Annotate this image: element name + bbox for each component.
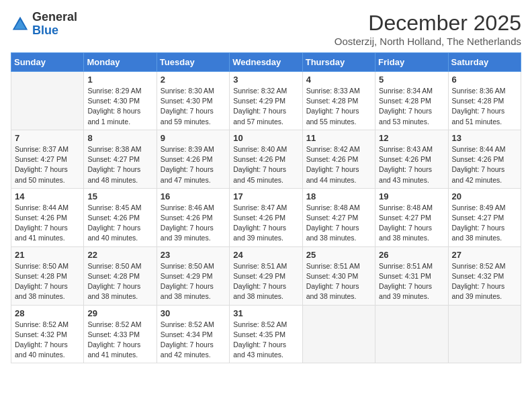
day-info: Sunrise: 8:38 AMSunset: 4:27 PMDaylight:… <box>87 144 152 185</box>
day-number: 17 <box>233 191 298 201</box>
day-number: 10 <box>233 133 298 143</box>
day-number: 4 <box>306 75 371 85</box>
day-info: Sunrise: 8:49 AMSunset: 4:27 PMDaylight:… <box>452 203 517 244</box>
day-number: 2 <box>161 75 226 85</box>
weekday-header-wednesday: Wednesday <box>230 53 302 72</box>
calendar-cell: 17Sunrise: 8:47 AMSunset: 4:26 PMDayligh… <box>230 188 302 246</box>
calendar-week-row: 14Sunrise: 8:44 AMSunset: 4:26 PMDayligh… <box>11 188 521 246</box>
day-info: Sunrise: 8:43 AMSunset: 4:26 PMDaylight:… <box>379 144 444 185</box>
day-number: 1 <box>87 75 152 85</box>
calendar-cell: 14Sunrise: 8:44 AMSunset: 4:26 PMDayligh… <box>11 188 84 246</box>
day-info: Sunrise: 8:30 AMSunset: 4:30 PMDaylight:… <box>161 86 226 127</box>
day-number: 13 <box>452 133 517 143</box>
calendar-cell: 4Sunrise: 8:33 AMSunset: 4:28 PMDaylight… <box>302 72 375 130</box>
calendar-cell: 11Sunrise: 8:42 AMSunset: 4:26 PMDayligh… <box>302 130 375 188</box>
day-info: Sunrise: 8:45 AMSunset: 4:26 PMDaylight:… <box>87 203 152 244</box>
day-number: 30 <box>161 308 226 318</box>
day-info: Sunrise: 8:29 AMSunset: 4:30 PMDaylight:… <box>87 86 152 127</box>
page-header: General Blue December 2025 Oosterzij, No… <box>11 11 521 47</box>
weekday-header-saturday: Saturday <box>448 53 521 72</box>
day-number: 29 <box>87 308 152 318</box>
calendar-cell: 13Sunrise: 8:44 AMSunset: 4:26 PMDayligh… <box>448 130 521 188</box>
calendar-cell: 25Sunrise: 8:51 AMSunset: 4:30 PMDayligh… <box>302 246 375 305</box>
calendar-cell: 23Sunrise: 8:50 AMSunset: 4:29 PMDayligh… <box>157 246 229 305</box>
weekday-header-sunday: Sunday <box>11 53 84 72</box>
weekday-header-thursday: Thursday <box>302 53 375 72</box>
calendar-week-row: 1Sunrise: 8:29 AMSunset: 4:30 PMDaylight… <box>11 72 521 130</box>
calendar-cell: 8Sunrise: 8:38 AMSunset: 4:27 PMDaylight… <box>84 130 157 188</box>
day-info: Sunrise: 8:44 AMSunset: 4:26 PMDaylight:… <box>15 203 80 244</box>
calendar-cell <box>302 305 375 363</box>
day-number: 7 <box>15 133 80 143</box>
calendar-cell: 16Sunrise: 8:46 AMSunset: 4:26 PMDayligh… <box>157 188 229 246</box>
calendar-cell: 26Sunrise: 8:51 AMSunset: 4:31 PMDayligh… <box>375 246 448 305</box>
calendar-cell: 7Sunrise: 8:37 AMSunset: 4:27 PMDaylight… <box>11 130 84 188</box>
calendar-cell: 30Sunrise: 8:52 AMSunset: 4:34 PMDayligh… <box>157 305 229 363</box>
weekday-header-friday: Friday <box>375 53 448 72</box>
logo: General Blue <box>11 11 77 38</box>
day-info: Sunrise: 8:40 AMSunset: 4:26 PMDaylight:… <box>233 144 298 185</box>
day-number: 31 <box>233 308 298 318</box>
day-number: 14 <box>15 191 80 201</box>
day-number: 9 <box>161 133 226 143</box>
calendar-cell <box>448 305 521 363</box>
location-subtitle: Oosterzij, North Holland, The Netherland… <box>335 36 521 47</box>
day-number: 5 <box>379 75 444 85</box>
weekday-header-row: SundayMondayTuesdayWednesdayThursdayFrid… <box>11 53 521 72</box>
day-info: Sunrise: 8:33 AMSunset: 4:28 PMDaylight:… <box>306 86 371 127</box>
day-number: 8 <box>87 133 152 143</box>
day-info: Sunrise: 8:52 AMSunset: 4:35 PMDaylight:… <box>233 320 298 361</box>
calendar-cell <box>375 305 448 363</box>
day-info: Sunrise: 8:52 AMSunset: 4:34 PMDaylight:… <box>161 320 226 361</box>
day-number: 19 <box>379 191 444 201</box>
logo-text: General Blue <box>32 11 77 38</box>
logo-icon <box>11 15 30 34</box>
day-info: Sunrise: 8:39 AMSunset: 4:26 PMDaylight:… <box>161 144 226 185</box>
day-info: Sunrise: 8:52 AMSunset: 4:32 PMDaylight:… <box>15 320 80 361</box>
day-info: Sunrise: 8:37 AMSunset: 4:27 PMDaylight:… <box>15 144 80 185</box>
calendar-cell: 3Sunrise: 8:32 AMSunset: 4:29 PMDaylight… <box>230 72 302 130</box>
day-info: Sunrise: 8:51 AMSunset: 4:31 PMDaylight:… <box>379 261 444 302</box>
day-number: 23 <box>161 250 226 260</box>
day-info: Sunrise: 8:48 AMSunset: 4:27 PMDaylight:… <box>379 203 444 244</box>
calendar-cell: 15Sunrise: 8:45 AMSunset: 4:26 PMDayligh… <box>84 188 157 246</box>
day-info: Sunrise: 8:50 AMSunset: 4:28 PMDaylight:… <box>15 261 80 302</box>
day-number: 25 <box>306 250 371 260</box>
day-info: Sunrise: 8:51 AMSunset: 4:29 PMDaylight:… <box>233 261 298 302</box>
month-title: December 2025 <box>335 11 521 36</box>
day-number: 11 <box>306 133 371 143</box>
calendar-cell: 6Sunrise: 8:36 AMSunset: 4:28 PMDaylight… <box>448 72 521 130</box>
calendar-cell: 18Sunrise: 8:48 AMSunset: 4:27 PMDayligh… <box>302 188 375 246</box>
logo-blue-text: Blue <box>32 24 77 38</box>
day-number: 22 <box>87 250 152 260</box>
weekday-header-monday: Monday <box>84 53 157 72</box>
day-info: Sunrise: 8:48 AMSunset: 4:27 PMDaylight:… <box>306 203 371 244</box>
day-number: 18 <box>306 191 371 201</box>
day-number: 15 <box>87 191 152 201</box>
day-number: 12 <box>379 133 444 143</box>
calendar-cell: 22Sunrise: 8:50 AMSunset: 4:28 PMDayligh… <box>84 246 157 305</box>
day-number: 27 <box>452 250 517 260</box>
day-info: Sunrise: 8:51 AMSunset: 4:30 PMDaylight:… <box>306 261 371 302</box>
calendar-cell: 31Sunrise: 8:52 AMSunset: 4:35 PMDayligh… <box>230 305 302 363</box>
day-number: 3 <box>233 75 298 85</box>
day-info: Sunrise: 8:36 AMSunset: 4:28 PMDaylight:… <box>452 86 517 127</box>
calendar-cell: 20Sunrise: 8:49 AMSunset: 4:27 PMDayligh… <box>448 188 521 246</box>
day-info: Sunrise: 8:50 AMSunset: 4:28 PMDaylight:… <box>87 261 152 302</box>
calendar-cell: 29Sunrise: 8:52 AMSunset: 4:33 PMDayligh… <box>84 305 157 363</box>
day-number: 20 <box>452 191 517 201</box>
weekday-header-tuesday: Tuesday <box>157 53 229 72</box>
logo-general-text: General <box>32 11 77 24</box>
day-number: 28 <box>15 308 80 318</box>
title-block: December 2025 Oosterzij, North Holland, … <box>335 11 521 47</box>
calendar-cell: 2Sunrise: 8:30 AMSunset: 4:30 PMDaylight… <box>157 72 229 130</box>
day-info: Sunrise: 8:50 AMSunset: 4:29 PMDaylight:… <box>161 261 226 302</box>
day-number: 6 <box>452 75 517 85</box>
calendar-cell: 5Sunrise: 8:34 AMSunset: 4:28 PMDaylight… <box>375 72 448 130</box>
day-number: 24 <box>233 250 298 260</box>
calendar-cell: 28Sunrise: 8:52 AMSunset: 4:32 PMDayligh… <box>11 305 84 363</box>
calendar-cell: 9Sunrise: 8:39 AMSunset: 4:26 PMDaylight… <box>157 130 229 188</box>
day-number: 21 <box>15 250 80 260</box>
day-info: Sunrise: 8:42 AMSunset: 4:26 PMDaylight:… <box>306 144 371 185</box>
calendar-cell: 1Sunrise: 8:29 AMSunset: 4:30 PMDaylight… <box>84 72 157 130</box>
